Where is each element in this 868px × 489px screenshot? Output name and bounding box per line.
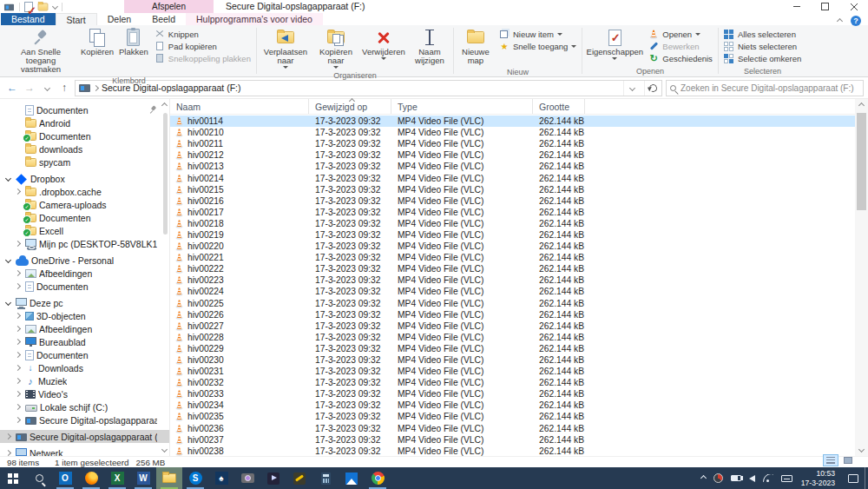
- minimize-button[interactable]: [782, 0, 811, 13]
- taskbar-chrome-button[interactable]: [365, 467, 391, 489]
- file-row-hiv00220[interactable]: hiv0022017-3-2023 09:32MP4 Video File (V…: [170, 241, 855, 252]
- sidebar-item-onedrive-personal[interactable]: OneDrive - Personal: [0, 254, 169, 267]
- sidebar-item-lokale-schijf-c[interactable]: Lokale schijf (C:): [0, 400, 169, 413]
- sidebar-item-afbeeldingen[interactable]: Afbeeldingen: [0, 267, 169, 280]
- qat-properties-icon[interactable]: [24, 2, 33, 12]
- easy-access-button[interactable]: Snelle toegang: [499, 41, 576, 51]
- taskbar-search-button[interactable]: [26, 467, 52, 489]
- chevron-collapsed-icon[interactable]: [13, 337, 23, 347]
- tab-delen[interactable]: Delen: [97, 13, 141, 25]
- file-row-hiv00237[interactable]: hiv0023717-3-2023 09:32MP4 Video File (V…: [170, 434, 855, 446]
- file-row-hiv00217[interactable]: hiv0021717-3-2023 09:32MP4 Video File (V…: [170, 207, 855, 218]
- thumbnails-view-button[interactable]: [840, 454, 856, 466]
- action-center-button[interactable]: [842, 467, 865, 489]
- sidebar-item-video-s[interactable]: Video's: [0, 387, 169, 400]
- sidebar-item-camera-uploads[interactable]: Camera-uploads: [0, 198, 169, 211]
- taskbar-outlook-button[interactable]: O: [52, 467, 78, 489]
- file-row-hiv00219[interactable]: hiv0021917-3-2023 09:32MP4 Video File (V…: [170, 229, 855, 241]
- history-button[interactable]: Geschiedenis: [648, 53, 713, 63]
- sidebar-item-secure-digital-opslagapparaat-f[interactable]: Secure Digital-opslagapparaat (F:): [0, 430, 169, 443]
- file-row-hiv00230[interactable]: hiv0023017-3-2023 09:32MP4 Video File (V…: [170, 354, 855, 366]
- column-header-naam[interactable]: Naam: [170, 99, 309, 114]
- file-row-hiv00233[interactable]: hiv0023317-3-2023 09:32MP4 Video File (V…: [170, 388, 855, 400]
- taskbar-explorer-button[interactable]: [156, 467, 182, 489]
- taskbar-start-button[interactable]: [0, 467, 26, 489]
- scroll-up-icon[interactable]: [858, 102, 864, 109]
- taskbar-camera-button[interactable]: [234, 467, 260, 489]
- sidebar-item-mijn-pc-desktop-58v8lk1[interactable]: Mijn pc (DESKTOP-58V8LK1): [0, 237, 169, 250]
- column-header-type[interactable]: Type: [391, 99, 533, 114]
- file-row-hiv00232[interactable]: hiv0023217-3-2023 09:32MP4 Video File (V…: [170, 377, 855, 388]
- chevron-expanded-icon[interactable]: [3, 255, 13, 265]
- sidebar-item-downloads[interactable]: Downloads: [0, 361, 169, 374]
- close-button[interactable]: [839, 0, 868, 13]
- cut-button[interactable]: Knippen: [155, 29, 251, 39]
- tray-vlc-icon[interactable]: [713, 473, 723, 483]
- help-icon[interactable]: ?: [851, 16, 861, 26]
- taskbar-clock[interactable]: 10:53 17-3-2023: [799, 467, 842, 489]
- open-button[interactable]: Openen: [648, 29, 713, 39]
- scrollbar-thumb[interactable]: [163, 113, 168, 235]
- delete-button[interactable]: Verwijderen: [359, 26, 408, 62]
- sidebar-item-deze-pc[interactable]: Deze pc: [0, 296, 169, 309]
- scroll-up-icon[interactable]: [161, 102, 168, 109]
- edit-button[interactable]: Bewerken: [648, 41, 713, 51]
- file-row-hiv00222[interactable]: hiv0022217-3-2023 09:32MP4 Video File (V…: [170, 263, 855, 274]
- file-row-hiv00226[interactable]: hiv0022617-3-2023 09:32MP4 Video File (V…: [170, 309, 855, 320]
- tray-chevron-up-icon[interactable]: [701, 476, 706, 480]
- rename-button[interactable]: Naam wijzigen: [408, 26, 451, 67]
- chevron-collapsed-icon[interactable]: [13, 239, 23, 248]
- chevron-collapsed-icon[interactable]: [13, 402, 23, 412]
- sidebar-item-documenten[interactable]: Documenten: [0, 129, 169, 142]
- chevron-collapsed-icon[interactable]: [13, 363, 23, 373]
- file-row-hiv00114[interactable]: hiv0011417-3-2023 09:32MP4 Video File (V…: [170, 116, 855, 127]
- sidebar-item-downloads[interactable]: downloads: [0, 142, 169, 155]
- taskbar-tools-button[interactable]: [286, 467, 312, 489]
- chevron-collapsed-icon[interactable]: [13, 376, 23, 386]
- sidebar-item-documenten[interactable]: Documenten: [0, 280, 169, 293]
- sidebar-item-android[interactable]: Android: [0, 116, 169, 129]
- taskbar-excel-button[interactable]: X: [104, 467, 130, 489]
- file-row-hiv00218[interactable]: hiv0021817-3-2023 09:32MP4 Video File (V…: [170, 218, 855, 229]
- sidebar-item-documenten[interactable]: Documenten: [0, 211, 169, 224]
- sidebar-item-spycam[interactable]: spycam: [0, 155, 169, 169]
- sidebar-item-secure-digital-opslagapparaat-f[interactable]: Secure Digital-opslagapparaat (F:): [0, 413, 169, 426]
- invert-selection-button[interactable]: Selectie omkeren: [724, 53, 801, 63]
- file-row-hiv00235[interactable]: hiv0023517-3-2023 09:32MP4 Video File (V…: [170, 411, 855, 422]
- scroll-down-icon[interactable]: [161, 446, 168, 453]
- taskbar-skype-button[interactable]: S: [182, 467, 208, 489]
- file-row-hiv00229[interactable]: hiv0022917-3-2023 09:32MP4 Video File (V…: [170, 343, 855, 354]
- paste-button[interactable]: Plakken: [116, 26, 151, 58]
- address-dropdown-button[interactable]: [623, 81, 641, 96]
- chevron-collapsed-icon[interactable]: [13, 324, 23, 334]
- copy-path-button[interactable]: Pad kopiëren: [155, 41, 251, 51]
- sidebar-item-dropbox[interactable]: Dropbox: [0, 172, 169, 185]
- sidebar-item-documenten[interactable]: Documenten: [0, 103, 169, 116]
- sidebar-item-dropbox-cache[interactable]: .dropbox.cache: [0, 185, 169, 198]
- sidebar-item-netwerk[interactable]: Netwerk: [0, 446, 169, 456]
- chevron-collapsed-icon[interactable]: [13, 389, 23, 399]
- chevron-collapsed-icon[interactable]: [13, 268, 23, 278]
- file-row-hiv00236[interactable]: hiv0023617-3-2023 09:32MP4 Video File (V…: [170, 423, 855, 434]
- select-all-button[interactable]: Alles selecteren: [724, 29, 801, 39]
- scroll-down-icon[interactable]: [858, 446, 864, 453]
- file-row-hiv00215[interactable]: hiv0021517-3-2023 09:32MP4 Video File (V…: [170, 184, 855, 195]
- file-row-hiv00225[interactable]: hiv0022517-3-2023 09:32MP4 Video File (V…: [170, 298, 855, 309]
- sidebar-item-bureaublad[interactable]: Bureaublad: [0, 335, 169, 348]
- maximize-button[interactable]: [811, 0, 839, 13]
- chevron-collapsed-icon[interactable]: [13, 311, 23, 320]
- file-row-hiv00227[interactable]: hiv0022717-3-2023 09:32MP4 Video File (V…: [170, 320, 855, 332]
- sidebar-item-muziek[interactable]: Muziek: [0, 374, 169, 387]
- chevron-collapsed-icon[interactable]: [13, 350, 23, 360]
- copy-to-button[interactable]: Kopiëren naar: [312, 26, 359, 70]
- tray-volume-icon[interactable]: [749, 475, 755, 482]
- file-row-hiv00211[interactable]: hiv0021117-3-2023 09:32MP4 Video File (V…: [170, 138, 855, 149]
- tray-keyboard-icon[interactable]: [781, 475, 792, 482]
- chevron-collapsed-icon[interactable]: [3, 432, 13, 441]
- qat-customize-dropdown-icon[interactable]: [52, 3, 58, 10]
- show-desktop-button[interactable]: [865, 467, 868, 489]
- column-header-grootte[interactable]: Grootte: [533, 99, 585, 114]
- paste-shortcut-button[interactable]: Snelkoppeling plakken: [155, 53, 251, 63]
- chevron-expanded-icon[interactable]: [3, 174, 13, 183]
- file-row-hiv00228[interactable]: hiv0022817-3-2023 09:32MP4 Video File (V…: [170, 332, 855, 343]
